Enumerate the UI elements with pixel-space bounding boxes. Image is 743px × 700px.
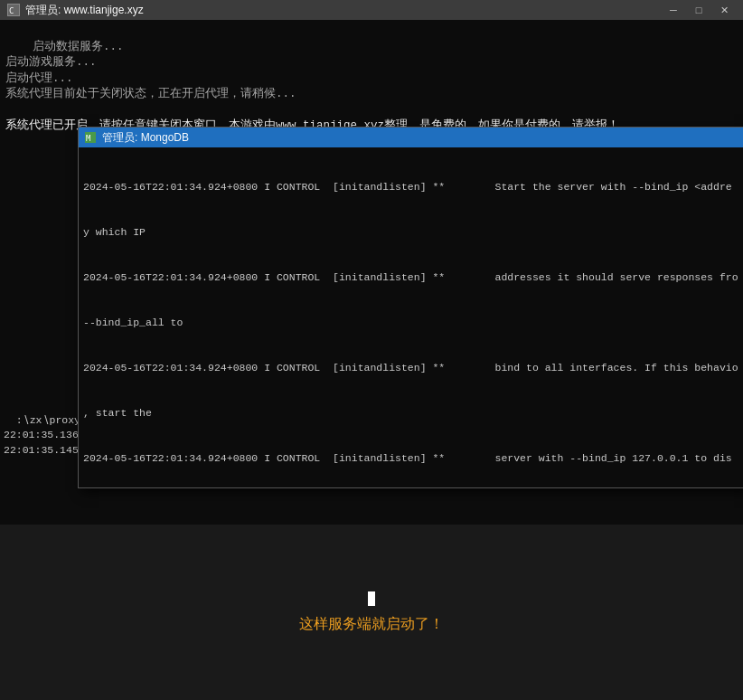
svg-text:M: M — [86, 134, 91, 143]
mongo-log-content[interactable]: 2024-05-16T22:01:34.924+0800 I CONTROL [… — [79, 147, 743, 487]
window-controls: ─ □ ✕ — [662, 2, 736, 18]
svg-text:C: C — [9, 6, 14, 15]
close-button[interactable]: ✕ — [712, 2, 736, 18]
left-overlay-line-2: 22:01:35.136┐ — [4, 429, 85, 440]
mongo-window-title: 管理员: MongoDB — [102, 130, 189, 146]
mongo-window: M 管理员: MongoDB 2024-05-16T22:01:34.924+0… — [78, 127, 743, 488]
left-overlay-line-3: 22:01:35.145┘ — [4, 444, 85, 456]
log-line-2: y which IP — [83, 225, 741, 241]
main-window-title: 管理员: www.tianjige.xyz — [25, 3, 144, 18]
content-line-4: 系统代理目前处于关闭状态，正在开启代理，请稍候... — [5, 88, 296, 100]
maximize-button[interactable]: □ — [687, 2, 710, 18]
content-line-3: 启动代理... — [5, 72, 73, 85]
content-line-2: 启动游戏服务... — [5, 56, 97, 69]
bottom-area: 这样服务端就启动了！ — [0, 525, 743, 700]
cursor-blink — [368, 591, 375, 606]
log-line-4: --bind_ip_all to — [83, 316, 741, 331]
main-titlebar: C 管理员: www.tianjige.xyz ─ □ ✕ — [0, 0, 743, 20]
titlebar-left: C 管理员: www.tianjige.xyz — [7, 3, 144, 18]
log-line-7: 2024-05-16T22:01:34.924+0800 I CONTROL [… — [83, 451, 741, 467]
mongo-titlebar: M 管理员: MongoDB — [79, 128, 743, 147]
log-line-5: 2024-05-16T22:01:34.924+0800 I CONTROL [… — [83, 361, 741, 376]
content-line-1: 启动数据服务... — [33, 41, 124, 53]
mongo-icon: M — [84, 131, 97, 144]
bottom-message: 这样服务端就启动了！ — [299, 615, 444, 634]
log-line-3: 2024-05-16T22:01:34.924+0800 I CONTROL [… — [83, 270, 741, 286]
log-line-1: 2024-05-16T22:01:34.924+0800 I CONTROL [… — [83, 180, 741, 195]
minimize-button[interactable]: ─ — [662, 2, 685, 18]
terminal-icon: C — [7, 4, 20, 16]
log-line-6: , start the — [83, 406, 741, 421]
